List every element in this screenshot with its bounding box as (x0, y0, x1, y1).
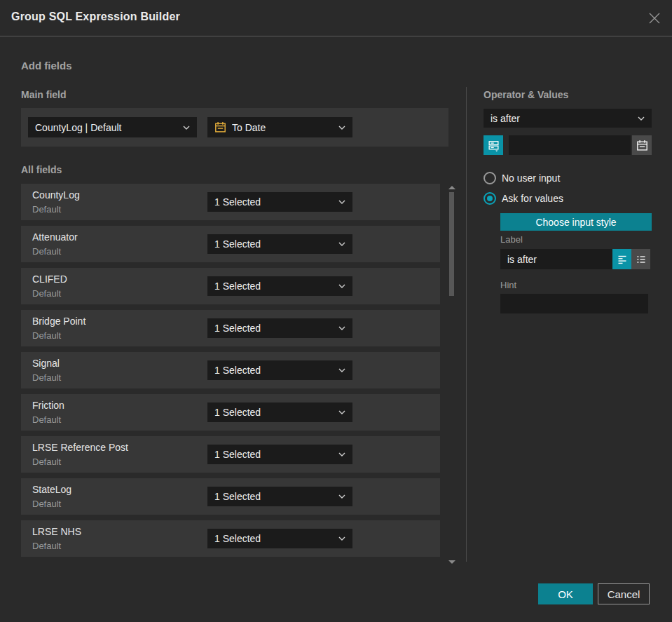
field-name: Friction (32, 400, 64, 411)
label-input[interactable] (500, 249, 612, 269)
chevron-down-icon (338, 452, 345, 457)
field-name: CLIFED (32, 273, 67, 285)
field-values-select[interactable]: 1 Selected (207, 360, 352, 380)
field-name: Signal (32, 358, 60, 369)
operator-select[interactable]: is after (484, 109, 652, 128)
field-row: StateLog Default 1 Selected (21, 478, 440, 515)
field-row: Bridge Point Default 1 Selected (21, 310, 440, 346)
field-row: Friction Default 1 Selected (21, 394, 440, 431)
panel-divider (466, 87, 467, 562)
hint-heading: Hint (500, 280, 516, 290)
field-values-select[interactable]: 1 Selected (207, 276, 352, 296)
field-type: Default (32, 246, 61, 257)
chevron-down-icon (638, 116, 645, 121)
bullet-list-icon (636, 254, 647, 265)
chevron-down-icon (338, 410, 345, 414)
operator-select-value: is after (491, 113, 633, 124)
chevron-down-icon (338, 368, 345, 372)
ok-button[interactable]: OK (538, 583, 593, 604)
calendar-icon (214, 121, 226, 133)
close-button[interactable] (646, 10, 663, 27)
close-icon (648, 12, 661, 25)
field-values-select[interactable]: 1 Selected (207, 403, 352, 422)
chevron-down-icon (338, 284, 345, 288)
value-input[interactable] (509, 135, 631, 155)
field-row: CLIFED Default 1 Selected (21, 268, 440, 304)
scrollbar-up-arrow[interactable] (448, 186, 455, 189)
align-left-style-button[interactable] (612, 249, 631, 269)
field-values-select-value: 1 Selected (214, 238, 334, 250)
field-type: Default (32, 499, 61, 509)
field-values-select-value: 1 Selected (214, 323, 334, 334)
chevron-down-icon (338, 536, 345, 541)
field-row: Signal Default 1 Selected (21, 352, 440, 388)
operator-values-heading: Operator & Values (484, 89, 568, 100)
radio-label: No user input (502, 173, 560, 184)
cancel-button[interactable]: Cancel (598, 583, 650, 604)
field-values-select[interactable]: 1 Selected (207, 192, 352, 212)
field-row: CountyLog Default 1 Selected (21, 184, 440, 220)
field-values-select-value: 1 Selected (214, 280, 334, 292)
main-field-band: CountyLog | Default To Date (21, 108, 448, 147)
field-values-select-value: 1 Selected (214, 449, 334, 460)
field-values-select-value: 1 Selected (214, 533, 334, 544)
field-type: Default (32, 330, 61, 341)
dialog-titlebar: Group SQL Expression Builder (0, 0, 672, 36)
field-type: Default (32, 288, 61, 299)
chevron-down-icon (338, 200, 345, 204)
group-sql-expression-builder-dialog: Group SQL Expression Builder Add fields … (0, 0, 672, 622)
field-values-select[interactable]: 1 Selected (207, 487, 352, 506)
field-values-select[interactable]: 1 Selected (207, 529, 352, 548)
main-field-select-value: CountyLog | Default (35, 122, 179, 133)
radio-circle (484, 172, 496, 184)
field-values-select-value: 1 Selected (214, 365, 334, 376)
field-name: StateLog (32, 484, 71, 495)
list-style-button[interactable] (631, 249, 650, 269)
field-name: Bridge Point (32, 316, 85, 327)
add-fields-heading: Add fields (21, 60, 72, 72)
field-name: CountyLog (32, 189, 80, 201)
chevron-down-icon (338, 126, 345, 130)
radio-label: Ask for values (502, 193, 563, 204)
hint-input[interactable] (500, 294, 648, 313)
radio-circle-selected (484, 192, 496, 205)
align-left-icon (617, 254, 628, 265)
chevron-down-icon (338, 494, 345, 499)
field-values-select-value: 1 Selected (214, 491, 334, 502)
field-name: LRSE NHS (32, 526, 81, 537)
field-name: LRSE Reference Post (32, 442, 128, 453)
main-field-date-select[interactable]: To Date (207, 117, 352, 137)
field-values-select-value: 1 Selected (214, 407, 334, 418)
chevron-down-icon (338, 242, 345, 246)
field-type: Default (32, 414, 61, 425)
field-values-select-value: 1 Selected (214, 196, 334, 208)
date-picker-button[interactable] (632, 135, 652, 155)
field-row: Attenuator Default 1 Selected (21, 226, 440, 262)
main-field-select[interactable]: CountyLog | Default (28, 117, 197, 137)
choose-input-style-button[interactable]: Choose input style (500, 213, 652, 231)
label-heading: Label (500, 234, 523, 245)
field-type: Default (32, 457, 61, 467)
radio-ask-for-values[interactable]: Ask for values (484, 192, 563, 205)
scrollbar-down-arrow[interactable] (448, 560, 455, 564)
value-list-icon (488, 140, 500, 151)
field-values-select[interactable]: 1 Selected (207, 234, 352, 254)
chevron-down-icon (183, 126, 190, 130)
main-field-date-value: To Date (232, 122, 334, 133)
radio-no-user-input[interactable]: No user input (484, 172, 560, 184)
field-row: LRSE Reference Post Default 1 Selected (21, 436, 440, 473)
field-type: Default (32, 372, 61, 383)
scrollbar-thumb[interactable] (449, 192, 454, 296)
dialog-title: Group SQL Expression Builder (11, 11, 180, 23)
main-field-heading: Main field (21, 89, 67, 100)
field-type: Default (32, 204, 61, 215)
set-from-values-button[interactable] (484, 135, 503, 155)
all-fields-heading: All fields (21, 164, 62, 175)
calendar-icon (636, 140, 648, 151)
chevron-down-icon (338, 326, 345, 330)
field-values-select[interactable]: 1 Selected (207, 318, 352, 338)
field-row: LRSE NHS Default 1 Selected (21, 520, 440, 557)
field-values-select[interactable]: 1 Selected (207, 445, 352, 464)
field-name: Attenuator (32, 231, 78, 243)
field-type: Default (32, 541, 61, 551)
